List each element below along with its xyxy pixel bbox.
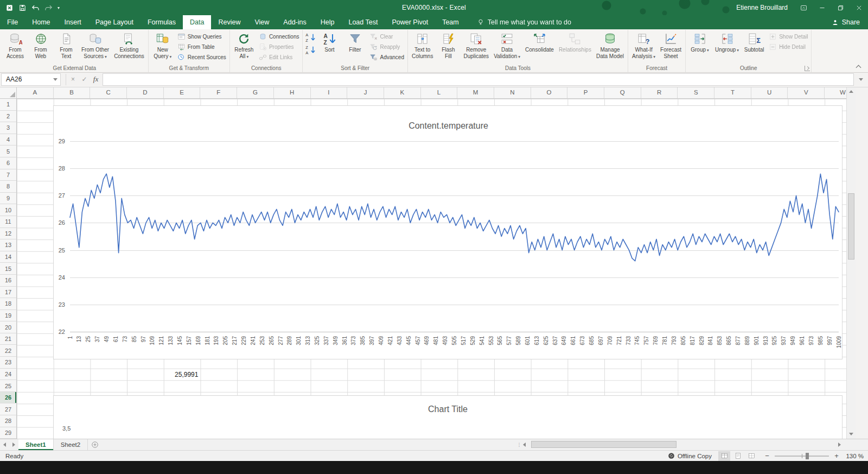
horizontal-scroll-thumb[interactable] (531, 441, 676, 448)
column-header-O[interactable]: O (531, 87, 568, 98)
zoom-out-icon[interactable]: − (764, 452, 770, 459)
row-header-5[interactable]: 5 (0, 146, 16, 157)
ribbon-button-flash-fill[interactable]: FlashFill (436, 30, 461, 64)
ribbon-button-edit-links[interactable]: Edit Links (257, 53, 301, 62)
ribbon-button-hide-detail[interactable]: Hide Detail (767, 42, 809, 52)
tab-view[interactable]: View (247, 15, 276, 29)
ribbon-button-sort[interactable]: AZSort (317, 30, 342, 64)
undo-icon[interactable] (31, 4, 40, 12)
tell-me-box[interactable]: Tell me what you want to do (477, 15, 571, 29)
ribbon-button-ungroup[interactable]: Ungroup▾ (713, 30, 741, 64)
zoom-level[interactable]: 130 % (844, 453, 864, 459)
ribbon-button-remove-duplicates[interactable]: RemoveDuplicates (461, 30, 491, 64)
tab-formulas[interactable]: Formulas (141, 15, 183, 29)
ribbon-button-group[interactable]: Group▾ (687, 30, 712, 64)
tab-team[interactable]: Team (435, 15, 466, 29)
ribbon-button-data-validation[interactable]: DataValidation▾ (492, 30, 522, 64)
row-header-6[interactable]: 6 (0, 157, 16, 169)
vertical-scrollbar[interactable] (846, 87, 856, 439)
horizontal-scrollbar[interactable] (521, 439, 843, 450)
column-header-K[interactable]: K (384, 87, 421, 98)
formula-bar-expand-icon[interactable] (854, 74, 868, 85)
row-header-25[interactable]: 25 (0, 380, 16, 392)
column-header-P[interactable]: P (567, 87, 604, 98)
ribbon-button-relationships[interactable]: Relationships (557, 30, 593, 64)
sheet-tab-sheet2[interactable]: Sheet2 (54, 439, 88, 450)
collapse-ribbon-icon[interactable] (856, 65, 860, 69)
column-header-E[interactable]: E (164, 87, 201, 98)
page-layout-view-icon[interactable] (732, 451, 744, 461)
tab-insert[interactable]: Insert (58, 15, 88, 29)
ribbon-button-from-table[interactable]: From Table (176, 42, 228, 52)
row-header-28[interactable]: 28 (0, 415, 16, 427)
column-header-Q[interactable]: Q (604, 87, 641, 98)
row-header-18[interactable]: 18 (0, 298, 16, 310)
new-sheet-icon[interactable] (88, 439, 102, 450)
row-header-15[interactable]: 15 (0, 263, 16, 275)
row-header-21[interactable]: 21 (0, 333, 16, 345)
ribbon-button-from-text[interactable]: FromText (54, 30, 79, 64)
dialog-launcher-icon[interactable] (805, 66, 810, 71)
column-header-L[interactable]: L (421, 87, 458, 98)
row-header-24[interactable]: 24 (0, 369, 16, 381)
row-header-22[interactable]: 22 (0, 345, 16, 357)
row-header-8[interactable]: 8 (0, 181, 16, 193)
sheet-tab-sheet1[interactable]: Sheet1 (18, 439, 54, 450)
row-header-1[interactable]: 1 (0, 99, 16, 111)
minimize-button[interactable] (813, 0, 831, 15)
ribbon-button-text-to-columns[interactable]: Text toColumns (410, 30, 435, 64)
zoom-slider[interactable] (775, 456, 829, 457)
ribbon-button-show-detail[interactable]: Show Detail (767, 32, 809, 41)
tab-page-layout[interactable]: Page Layout (88, 15, 141, 29)
scroll-right-icon[interactable] (838, 439, 841, 450)
row-header-26[interactable]: 26 (0, 392, 16, 404)
row-header-2[interactable]: 2 (0, 111, 16, 123)
row-header-7[interactable]: 7 (0, 169, 16, 181)
ribbon-button-sort-descending[interactable]: ZA (305, 45, 316, 55)
redo-icon[interactable] (44, 4, 53, 12)
column-header-T[interactable]: T (714, 87, 751, 98)
row-header-29[interactable]: 29 (0, 427, 16, 439)
close-button[interactable] (850, 0, 868, 15)
sheet-nav-right-icon[interactable] (9, 439, 18, 450)
restore-button[interactable] (831, 0, 850, 15)
ribbon-button-forecast-sheet[interactable]: ForecastSheet (658, 30, 684, 64)
column-header-G[interactable]: G (237, 87, 274, 98)
formula-input[interactable] (103, 73, 854, 86)
ribbon-button-reapply[interactable]: Reapply (368, 42, 405, 52)
ribbon-button-from-web[interactable]: FromWeb (28, 30, 53, 64)
row-header-19[interactable]: 19 (0, 310, 16, 322)
name-box-dropdown-icon[interactable] (53, 78, 58, 81)
name-box[interactable]: AA26 (1, 73, 61, 86)
ribbon-button-what-if-analysis[interactable]: ?What-IfAnalysis▾ (630, 30, 658, 64)
temperature-chart[interactable]: Content.temperature222324252627282911325… (53, 105, 843, 359)
tab-review[interactable]: Review (211, 15, 247, 29)
qat-customize-icon[interactable]: ▾ (58, 5, 60, 10)
row-header-17[interactable]: 17 (0, 287, 16, 299)
column-header-M[interactable]: M (457, 87, 494, 98)
ribbon-button-recent-sources[interactable]: Recent Sources (176, 53, 228, 62)
ribbon-button-refresh-all[interactable]: RefreshAll▾ (232, 30, 257, 64)
column-header-C[interactable]: C (90, 87, 127, 98)
ribbon-button-advanced[interactable]: Advanced (368, 53, 405, 62)
column-header-H[interactable]: H (274, 87, 311, 98)
sheet-nav-left-icon[interactable] (0, 439, 9, 450)
page-break-view-icon[interactable] (745, 451, 757, 461)
ribbon-button-existing-connections[interactable]: ExistingConnections (112, 30, 146, 64)
ribbon-button-from-other-sources[interactable]: From OtherSources▾ (79, 30, 111, 64)
row-header-13[interactable]: 13 (0, 239, 16, 251)
zoom-slider-thumb[interactable] (806, 453, 809, 459)
ribbon-button-consolidate[interactable]: Consolidate (523, 30, 556, 64)
row-header-14[interactable]: 14 (0, 251, 16, 263)
row-header-11[interactable]: 11 (0, 216, 16, 228)
zoom-in-icon[interactable]: + (833, 452, 840, 459)
partial-chart[interactable]: Chart Title 3,5 (53, 395, 843, 439)
tab-file[interactable]: File (0, 15, 25, 29)
tab-add-ins[interactable]: Add-ins (276, 15, 313, 29)
ribbon-button-show-queries[interactable]: Show Queries (176, 32, 228, 41)
excel-app-icon[interactable] (5, 4, 14, 12)
tab-home[interactable]: Home (25, 15, 57, 29)
ribbon-button-connections[interactable]: Connections (257, 32, 301, 41)
scroll-down-icon[interactable] (847, 429, 856, 439)
tab-power-pivot[interactable]: Power Pivot (385, 15, 435, 29)
